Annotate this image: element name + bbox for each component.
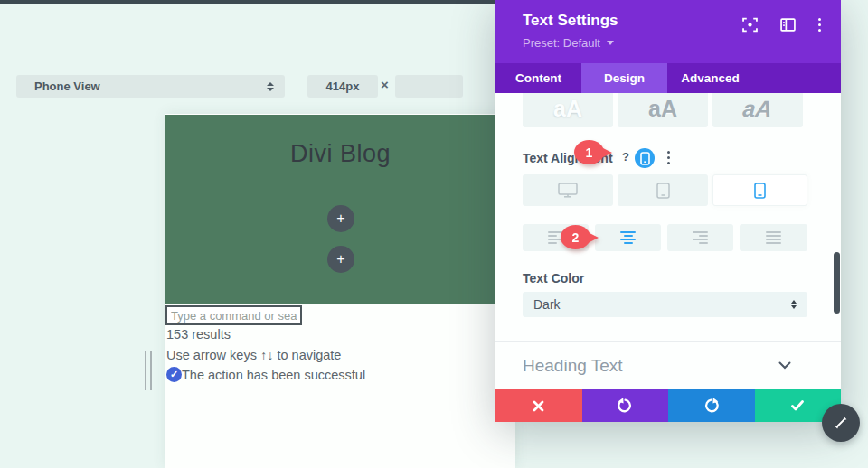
view-mode-value: Phone View	[34, 80, 267, 93]
panel-options-icon[interactable]	[818, 18, 821, 32]
heading-text-label: Heading Text	[523, 356, 623, 376]
success-message: The action has been successful	[182, 368, 365, 382]
close-icon	[533, 400, 544, 412]
font-style-option-3[interactable]: aA	[712, 93, 803, 127]
phone-preview-page: Divi Blog + + 153 results Use arrow keys…	[165, 114, 515, 468]
font-style-option-1[interactable]: aA	[523, 93, 613, 127]
focus-mode-icon[interactable]	[742, 17, 758, 33]
help-icon[interactable]: ?	[622, 150, 629, 164]
panel-action-bar	[495, 389, 841, 422]
align-center-icon	[620, 231, 636, 244]
window-top-strip	[0, 0, 495, 4]
align-right-icon	[693, 231, 708, 244]
device-desktop-button[interactable]	[523, 174, 613, 206]
dimension-separator: ×	[381, 77, 389, 92]
text-color-select[interactable]: Dark	[523, 292, 807, 317]
tab-design[interactable]: Design	[581, 63, 667, 93]
tab-content[interactable]: Content	[495, 63, 581, 93]
check-icon	[791, 400, 804, 411]
text-color-value: Dark	[533, 297, 791, 312]
alignment-options-icon[interactable]	[667, 151, 670, 164]
panel-scrollbar[interactable]	[834, 252, 840, 314]
panel-layout-icon[interactable]	[780, 18, 796, 32]
align-center-button-active[interactable]	[595, 224, 661, 251]
panel-resize-handle[interactable]	[822, 404, 860, 442]
preview-height-input[interactable]	[395, 75, 463, 98]
preview-resize-handle[interactable]	[145, 351, 152, 390]
success-check-icon: ✓	[166, 367, 182, 382]
navigate-hint: Use arrow keys ↑↓ to navigate	[166, 348, 341, 362]
device-phone-button-active[interactable]	[712, 174, 807, 206]
align-justify-button[interactable]	[740, 224, 807, 251]
text-color-label: Text Color	[523, 271, 584, 285]
align-right-button[interactable]	[667, 224, 733, 251]
annotation-callout-2: 2	[561, 225, 590, 249]
redo-icon	[703, 398, 720, 414]
undo-icon	[617, 398, 633, 414]
success-toast: ✓ The action has been successful	[166, 367, 365, 382]
text-settings-panel: Text Settings Preset: Default Content	[495, 0, 841, 422]
heading-text-section-toggle[interactable]: Heading Text	[495, 342, 841, 389]
select-arrows-icon	[267, 82, 274, 91]
results-count: 153 results	[166, 327, 231, 342]
preset-dropdown[interactable]: Preset: Default	[523, 36, 614, 50]
panel-content: aA aA aA Text Alignment 1 ?	[495, 93, 841, 389]
redo-button[interactable]	[668, 389, 755, 422]
align-justify-icon	[766, 231, 781, 244]
panel-tabs: Content Design Advanced	[495, 63, 841, 93]
annotation-callout-1: 1	[574, 140, 604, 164]
discard-button[interactable]	[495, 389, 582, 422]
select-arrows-icon	[791, 300, 797, 309]
add-module-button[interactable]: +	[327, 205, 354, 232]
tab-advanced[interactable]: Advanced	[667, 63, 753, 93]
panel-header: Text Settings Preset: Default	[495, 0, 841, 63]
panel-title: Text Settings	[523, 12, 618, 30]
add-module-button[interactable]: +	[327, 246, 354, 273]
desktop-icon	[558, 183, 578, 198]
font-style-option-2[interactable]: aA	[618, 93, 708, 127]
command-search-input[interactable]	[165, 305, 302, 325]
phone-mode-badge[interactable]	[635, 148, 655, 168]
resize-arrows-icon	[833, 415, 849, 431]
page-title: Divi Blog	[165, 115, 515, 168]
chevron-down-icon	[778, 361, 791, 370]
undo-button[interactable]	[582, 389, 669, 422]
preview-width-input[interactable]	[307, 75, 378, 98]
device-tablet-button[interactable]	[618, 174, 708, 206]
tablet-icon	[656, 183, 670, 199]
view-mode-select[interactable]: Phone View	[16, 75, 285, 98]
phone-icon	[754, 183, 766, 199]
